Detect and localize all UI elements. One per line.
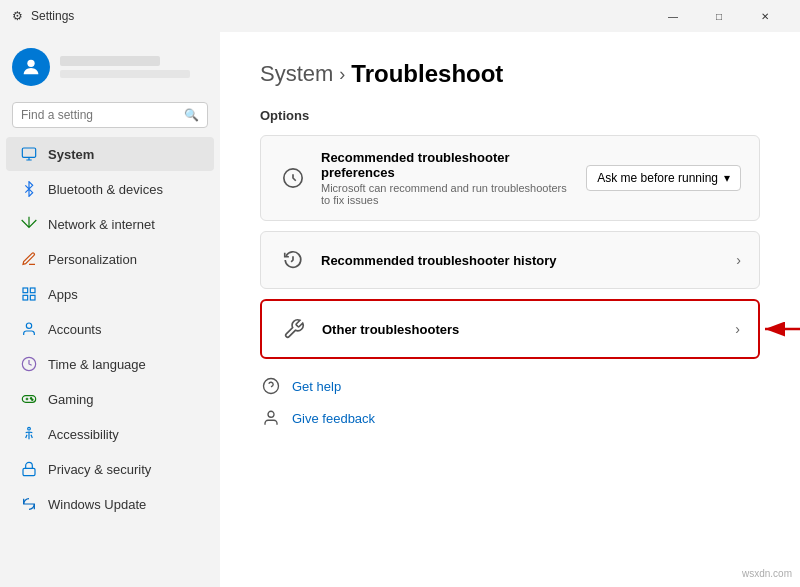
user-section <box>0 32 220 98</box>
maximize-button[interactable]: □ <box>696 0 742 32</box>
search-icon: 🔍 <box>184 108 199 122</box>
give-feedback-link[interactable]: Give feedback <box>260 407 760 429</box>
main-window: 🔍 System Bluetooth & devices Network & i… <box>0 32 800 587</box>
recommended-prefs-card[interactable]: Recommended troubleshooter preferences M… <box>260 135 760 221</box>
accessibility-nav-label: Accessibility <box>48 427 119 442</box>
minimize-button[interactable]: — <box>650 0 696 32</box>
prefs-desc: Microsoft can recommend and run troubles… <box>321 182 572 206</box>
history-chevron: › <box>736 252 741 268</box>
svg-point-6 <box>26 323 31 328</box>
accounts-nav-icon <box>20 320 38 338</box>
content-area: Recommended troubleshooter preferences M… <box>260 135 760 429</box>
other-title: Other troubleshooters <box>322 322 721 337</box>
personalization-nav-icon <box>20 250 38 268</box>
prefs-dropdown-label: Ask me before running <box>597 171 718 185</box>
sidebar: 🔍 System Bluetooth & devices Network & i… <box>0 32 220 587</box>
main-content: System › Troubleshoot Options Recommende… <box>220 32 800 587</box>
breadcrumb-current: Troubleshoot <box>351 60 503 88</box>
svg-rect-8 <box>22 396 35 403</box>
other-troubleshooters-card[interactable]: Other troubleshooters › <box>260 299 760 359</box>
time-nav-icon <box>20 355 38 373</box>
history-icon <box>279 246 307 274</box>
gaming-nav-label: Gaming <box>48 392 94 407</box>
prefs-dropdown[interactable]: Ask me before running ▾ <box>586 165 741 191</box>
prefs-icon <box>279 164 307 192</box>
close-button[interactable]: ✕ <box>742 0 788 32</box>
apps-nav-label: Apps <box>48 287 78 302</box>
svg-point-19 <box>268 411 274 417</box>
bluetooth-nav-label: Bluetooth & devices <box>48 182 163 197</box>
svg-rect-14 <box>23 468 35 475</box>
svg-rect-3 <box>30 288 35 293</box>
apps-nav-icon <box>20 285 38 303</box>
sidebar-item-accessibility[interactable]: Accessibility <box>6 417 214 451</box>
svg-point-0 <box>27 60 34 67</box>
user-email <box>60 70 190 78</box>
sidebar-item-personalization[interactable]: Personalization <box>6 242 214 276</box>
give-feedback-icon <box>260 407 282 429</box>
recommended-history-card[interactable]: Recommended troubleshooter history › <box>260 231 760 289</box>
update-nav-label: Windows Update <box>48 497 146 512</box>
other-text: Other troubleshooters <box>322 322 721 337</box>
titlebar-left: ⚙ Settings <box>12 9 74 23</box>
svg-rect-5 <box>30 295 35 300</box>
svg-rect-4 <box>23 295 28 300</box>
sidebar-item-system[interactable]: System <box>6 137 214 171</box>
system-nav-label: System <box>48 147 94 162</box>
sidebar-item-time[interactable]: Time & language <box>6 347 214 381</box>
user-info <box>60 56 208 78</box>
svg-point-12 <box>32 399 33 400</box>
section-label: Options <box>260 108 760 123</box>
avatar <box>12 48 50 86</box>
titlebar-controls: — □ ✕ <box>650 0 788 32</box>
give-feedback-label: Give feedback <box>292 411 375 426</box>
gaming-nav-icon <box>20 390 38 408</box>
breadcrumb-parent: System <box>260 61 333 87</box>
sidebar-item-privacy[interactable]: Privacy & security <box>6 452 214 486</box>
privacy-nav-icon <box>20 460 38 478</box>
search-input[interactable] <box>21 108 178 122</box>
sidebar-item-apps[interactable]: Apps <box>6 277 214 311</box>
other-chevron: › <box>735 321 740 337</box>
get-help-link[interactable]: Get help <box>260 375 760 397</box>
prefs-title: Recommended troubleshooter preferences <box>321 150 572 180</box>
sidebar-item-gaming[interactable]: Gaming <box>6 382 214 416</box>
privacy-nav-label: Privacy & security <box>48 462 151 477</box>
sidebar-item-bluetooth[interactable]: Bluetooth & devices <box>6 172 214 206</box>
red-arrow <box>755 309 800 349</box>
svg-point-13 <box>28 427 31 430</box>
watermark: wsxdn.com <box>742 568 792 579</box>
breadcrumb-separator: › <box>339 64 345 85</box>
history-title: Recommended troubleshooter history <box>321 253 722 268</box>
other-icon <box>280 315 308 343</box>
personalization-nav-label: Personalization <box>48 252 137 267</box>
titlebar-title: Settings <box>31 9 74 23</box>
nav-list: System Bluetooth & devices Network & int… <box>0 136 220 522</box>
svg-point-17 <box>264 379 279 394</box>
svg-rect-2 <box>23 288 28 293</box>
bluetooth-nav-icon <box>20 180 38 198</box>
sidebar-item-accounts[interactable]: Accounts <box>6 312 214 346</box>
network-nav-label: Network & internet <box>48 217 155 232</box>
sidebar-item-update[interactable]: Windows Update <box>6 487 214 521</box>
get-help-icon <box>260 375 282 397</box>
accounts-nav-label: Accounts <box>48 322 101 337</box>
svg-rect-1 <box>22 148 35 157</box>
accessibility-nav-icon <box>20 425 38 443</box>
history-text: Recommended troubleshooter history <box>321 253 722 268</box>
sidebar-item-network[interactable]: Network & internet <box>6 207 214 241</box>
prefs-text: Recommended troubleshooter preferences M… <box>321 150 572 206</box>
get-help-label: Get help <box>292 379 341 394</box>
update-nav-icon <box>20 495 38 513</box>
titlebar: ⚙ Settings — □ ✕ <box>0 0 800 32</box>
search-box[interactable]: 🔍 <box>12 102 208 128</box>
user-name <box>60 56 160 66</box>
system-nav-icon <box>20 145 38 163</box>
time-nav-label: Time & language <box>48 357 146 372</box>
chevron-down-icon: ▾ <box>724 171 730 185</box>
links-section: Get help Give feedback <box>260 375 760 429</box>
breadcrumb: System › Troubleshoot <box>260 60 760 88</box>
network-nav-icon <box>20 215 38 233</box>
settings-icon: ⚙ <box>12 9 23 23</box>
